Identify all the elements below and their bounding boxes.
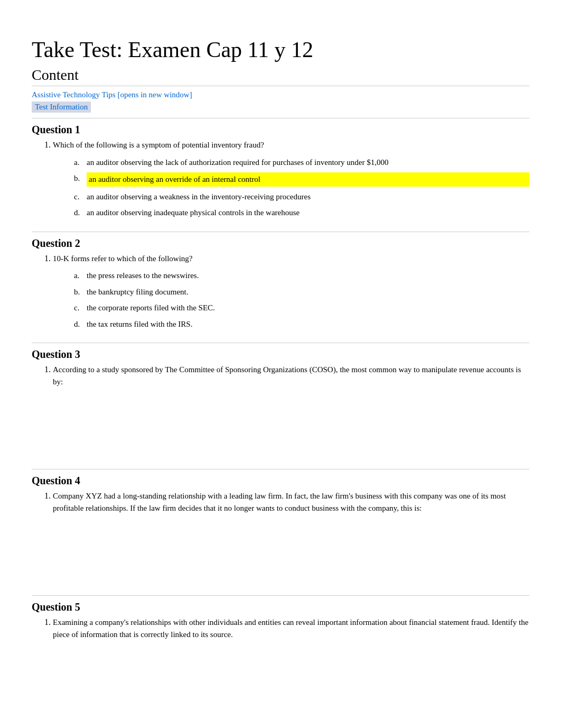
question-list-4: Company XYZ had a long-standing relation… [32,490,529,583]
question-heading-3: Question 3 [32,343,529,361]
question-text-2: 10-K forms refer to which of the followi… [53,253,529,265]
content-heading: Content [32,67,529,84]
question-list-3: According to a study sponsored by The Co… [32,364,529,456]
answer-text-2-4: the tax returns filed with the IRS. [87,318,529,330]
page-title: Take Test: Examen Cap 11 y 12 [32,37,529,62]
question-list-5: Examining a company's relationships with… [32,616,529,640]
answer-item-1-3: c.an auditor observing a weakness in the… [74,191,529,203]
question-list-2: 10-K forms refer to which of the followi… [32,253,529,330]
question-heading-2: Question 2 [32,232,529,250]
answer-text-1-1: an auditor observing the lack of authori… [87,156,529,169]
answer-blank-space-4 [53,519,529,583]
assistive-technology-link[interactable]: Assistive Technology Tips [opens in new … [32,90,529,99]
answer-item-2-1: a.the press releases to the newswires. [74,270,529,282]
answer-item-1-2: b.an auditor observing an override of an… [74,172,529,187]
answer-label-1-1: a. [74,156,87,169]
answer-text-2-3: the corporate reports filed with the SEC… [87,302,529,314]
question-text-5: Examining a company's relationships with… [53,616,529,640]
question-item-2: 10-K forms refer to which of the followi… [53,253,529,330]
question-section-5: Question 5Examining a company's relation… [32,595,529,640]
answer-text-1-4: an auditor observing inadequate physical… [87,207,529,219]
question-list-1: Which of the following is a symptom of p… [32,139,529,219]
question-section-1: Question 1Which of the following is a sy… [32,118,529,219]
question-heading-4: Question 4 [32,469,529,487]
answer-text-2-2: the bankruptcy filing document. [87,286,529,298]
answer-list-2: a.the press releases to the newswires.b.… [53,270,529,330]
answer-list-1: a.an auditor observing the lack of autho… [53,156,529,219]
test-information-link[interactable]: Test Information [32,102,91,113]
question-heading-1: Question 1 [32,118,529,136]
question-item-4: Company XYZ had a long-standing relation… [53,490,529,583]
answer-label-1-4: d. [74,207,87,219]
question-section-2: Question 210-K forms refer to which of t… [32,232,529,330]
answer-item-1-4: d.an auditor observing inadequate physic… [74,207,529,219]
question-item-3: According to a study sponsored by The Co… [53,364,529,456]
answer-label-2-4: d. [74,318,87,330]
answer-text-1-2: an auditor observing an override of an i… [87,172,529,187]
question-text-3: According to a study sponsored by The Co… [53,364,529,388]
question-text-4: Company XYZ had a long-standing relation… [53,490,529,514]
answer-text-2-1: the press releases to the newswires. [87,270,529,282]
question-section-3: Question 3According to a study sponsored… [32,343,529,456]
answer-label-1-3: c. [74,191,87,203]
answer-label-2-3: c. [74,302,87,314]
answer-item-2-3: c.the corporate reports filed with the S… [74,302,529,314]
answer-label-2-2: b. [74,286,87,298]
answer-item-2-2: b.the bankruptcy filing document. [74,286,529,298]
question-text-1: Which of the following is a symptom of p… [53,139,529,151]
question-section-4: Question 4Company XYZ had a long-standin… [32,469,529,583]
answer-label-1-2: b. [74,172,87,185]
question-item-1: Which of the following is a symptom of p… [53,139,529,219]
questions-container: Question 1Which of the following is a sy… [32,118,529,640]
answer-label-2-1: a. [74,270,87,282]
answer-text-1-3: an auditor observing a weakness in the i… [87,191,529,203]
question-item-5: Examining a company's relationships with… [53,616,529,640]
answer-item-2-4: d.the tax returns filed with the IRS. [74,318,529,330]
answer-item-1-1: a.an auditor observing the lack of autho… [74,156,529,169]
content-divider [32,86,529,86]
answer-blank-space-3 [53,393,529,456]
question-heading-5: Question 5 [32,595,529,613]
